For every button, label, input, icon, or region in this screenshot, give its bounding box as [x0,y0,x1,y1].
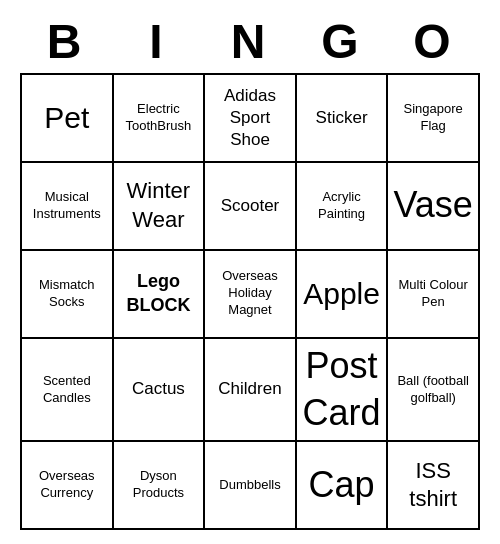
cell-label: Children [218,378,281,400]
cell-label: Overseas Currency [26,468,108,502]
cell-label: Cactus [132,378,185,400]
bingo-cell: Scooter [205,163,297,251]
title-letter: N [206,14,294,69]
bingo-cell: Singapore Flag [388,75,480,163]
bingo-cell: Acrylic Painting [297,163,389,251]
title-letter: O [390,14,478,69]
cell-label: Winter Wear [118,177,200,234]
cell-label: Sticker [316,107,368,129]
bingo-cell: Scented Candles [22,339,114,443]
bingo-card: BINGO PetElectric ToothBrushAdidas Sport… [10,4,490,541]
cell-label: Acrylic Painting [301,189,383,223]
bingo-cell: Ball (football golfball) [388,339,480,443]
cell-label: Ball (football golfball) [392,373,474,407]
cell-label: Electric ToothBrush [118,101,200,135]
cell-label: Overseas Holiday Magnet [209,268,291,319]
cell-label: Mismatch Socks [26,277,108,311]
bingo-cell: ISS tshirt [388,442,480,530]
bingo-cell: Lego BLOCK [114,251,206,339]
cell-label: Cap [309,462,375,509]
title-letter: G [298,14,386,69]
bingo-cell: Pet [22,75,114,163]
bingo-cell: Winter Wear [114,163,206,251]
cell-label: Singapore Flag [392,101,474,135]
cell-label: Scooter [221,195,280,217]
bingo-cell: Mismatch Socks [22,251,114,339]
cell-label: Dyson Products [118,468,200,502]
cell-label: Pet [44,98,89,137]
bingo-grid: PetElectric ToothBrushAdidas Sport ShoeS… [20,73,480,531]
bingo-cell: Cap [297,442,389,530]
bingo-cell: Dyson Products [114,442,206,530]
bingo-cell: Sticker [297,75,389,163]
cell-label: Vase [393,182,472,229]
bingo-cell: Children [205,339,297,443]
bingo-cell: Musical Instruments [22,163,114,251]
bingo-cell: Cactus [114,339,206,443]
cell-label: Adidas Sport Shoe [209,85,291,151]
bingo-title: BINGO [20,14,480,69]
title-letter: I [114,14,202,69]
bingo-cell: Adidas Sport Shoe [205,75,297,163]
bingo-cell: Overseas Currency [22,442,114,530]
cell-label: Apple [303,274,380,313]
bingo-cell: Post Card [297,339,389,443]
bingo-cell: Multi Colour Pen [388,251,480,339]
cell-label: Musical Instruments [26,189,108,223]
cell-label: Scented Candles [26,373,108,407]
cell-label: ISS tshirt [392,457,474,514]
bingo-cell: Dumbbells [205,442,297,530]
bingo-cell: Vase [388,163,480,251]
cell-label: Lego BLOCK [118,270,200,317]
title-letter: B [22,14,110,69]
bingo-cell: Apple [297,251,389,339]
cell-label: Dumbbells [219,477,280,494]
cell-label: Multi Colour Pen [392,277,474,311]
bingo-cell: Overseas Holiday Magnet [205,251,297,339]
cell-label: Post Card [301,343,383,437]
bingo-cell: Electric ToothBrush [114,75,206,163]
